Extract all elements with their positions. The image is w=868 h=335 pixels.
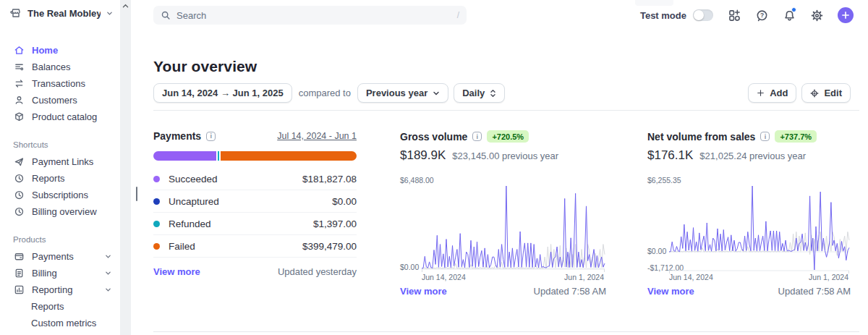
legend-row-uncaptured[interactable]: Uncaptured $0.00: [153, 190, 357, 213]
home-icon: [13, 45, 25, 56]
chevron-down-icon[interactable]: [105, 253, 111, 260]
sidebar-item-billing[interactable]: Billing: [0, 265, 120, 281]
settings-button[interactable]: [810, 9, 823, 22]
wallet-icon: [13, 251, 25, 263]
uncaptured-dot: [153, 198, 160, 205]
granularity-value: Daily: [462, 88, 485, 98]
help-button[interactable]: ?: [755, 9, 768, 22]
sidebar-item-label: Payment Links: [32, 156, 111, 167]
payments-panel-title: Payments: [153, 130, 201, 142]
refunded-dot: [153, 221, 160, 227]
sidebar-nav: Home Balances Transactions Customers Pro…: [0, 42, 120, 331]
payments-updated-label: Updated yesterday: [278, 266, 357, 277]
gross-view-more-link[interactable]: View more: [400, 286, 447, 297]
sidebar-drag-handle[interactable]: [136, 187, 137, 201]
business-name: The Real Mobley ...: [27, 8, 101, 19]
info-icon[interactable]: i: [472, 132, 482, 141]
net-volume-title: Net volume from sales: [647, 131, 755, 143]
business-switcher[interactable]: The Real Mobley ...: [10, 7, 113, 19]
chevron-down-icon: [433, 90, 440, 97]
net-volume-panel: Net volume from sales i +737.7% $176.1K …: [647, 130, 851, 297]
sidebar-item-label: Customers: [32, 95, 111, 106]
sidebar-item-home[interactable]: Home: [0, 42, 120, 59]
x-axis-end-label: Jun 1, 2024: [564, 273, 604, 281]
gross-volume-chart-svg: [422, 185, 605, 270]
notifications-button[interactable]: [783, 9, 796, 22]
legend-label: Succeeded: [169, 174, 302, 185]
search-icon: [161, 10, 171, 20]
x-axis-start-label: Jun 14, 2024: [422, 273, 466, 281]
gross-volume-panel: Gross volume i +720.5% $189.9K $23,145.0…: [400, 130, 606, 297]
payments-view-more-link[interactable]: View more: [153, 266, 200, 277]
sidebar-item-reporting[interactable]: Reporting: [0, 281, 120, 298]
test-mode-label: Test mode: [640, 10, 686, 21]
sidebar-item-label: Home: [32, 45, 111, 56]
sidebar-item-label: Custom metrics: [31, 318, 111, 328]
net-view-more-link[interactable]: View more: [647, 286, 694, 297]
sidebar-item-label: Billing: [32, 268, 98, 279]
sidebar-item-payment-links[interactable]: Payment Links: [0, 153, 120, 170]
net-volume-change-badge: +737.7%: [775, 130, 817, 143]
create-button[interactable]: [838, 7, 854, 23]
clock-icon: [13, 206, 25, 218]
gear-icon: [811, 9, 823, 22]
sidebar-item-billing-overview[interactable]: Billing overview: [0, 203, 120, 220]
legend-row-failed[interactable]: Failed $399,479.00: [153, 235, 357, 258]
test-mode-toggle[interactable]: [693, 9, 713, 21]
chevron-down-icon: [106, 10, 113, 17]
sidebar-item-label: Reporting: [32, 284, 98, 295]
compared-to-label: compared to: [299, 88, 351, 98]
y-axis-zero-label: $0.00: [400, 263, 419, 271]
edit-button[interactable]: Edit: [801, 83, 851, 103]
sidebar-item-customers[interactable]: Customers: [0, 92, 120, 109]
clock-icon: [13, 190, 25, 201]
net-updated-label: Updated 7:58 AM: [778, 286, 851, 297]
apps-icon: [728, 9, 741, 22]
gross-volume-chart[interactable]: $6,488.00 $0.00 Jun 14, 2024 Jun 1, 2024: [400, 167, 606, 276]
x-axis-end-label: Jun 1, 2024: [809, 273, 848, 281]
chevron-down-icon[interactable]: [105, 287, 111, 293]
sidebar-item-reports[interactable]: Reports: [0, 170, 120, 187]
apps-button[interactable]: [728, 9, 741, 22]
chevron-down-icon[interactable]: [105, 270, 111, 276]
failed-dot: [153, 243, 160, 250]
y-axis-max-label: $6,488.00: [400, 176, 434, 185]
sidebar-heading-shortcuts: Shortcuts: [0, 140, 120, 149]
customers-icon: [13, 95, 25, 106]
sidebar-item-label: Balances: [32, 62, 111, 72]
payments-date-link[interactable]: Jul 14, 2024 - Jun 1: [277, 131, 357, 141]
info-icon[interactable]: i: [206, 132, 216, 141]
storefront-icon: [10, 7, 22, 19]
net-volume-previous: $21,025.24 previous year: [699, 150, 806, 161]
sidebar-item-reporting-reports[interactable]: Reports: [0, 298, 120, 315]
plus-icon: [757, 89, 765, 97]
info-icon[interactable]: i: [760, 132, 770, 141]
granularity-select[interactable]: Daily: [454, 83, 505, 103]
gross-volume-change-badge: +720.5%: [487, 130, 529, 143]
search-input[interactable]: [176, 10, 451, 21]
legend-row-refunded[interactable]: Refunded $1,397.00: [153, 213, 357, 235]
net-volume-chart[interactable]: $6,255.35 $0.00 -$1,712.00 Jun 14, 2024 …: [647, 167, 851, 276]
date-range-picker[interactable]: Jun 14, 2024 → Jun 1, 2025: [153, 83, 292, 103]
sidebar-item-custom-metrics[interactable]: Custom metrics: [0, 315, 120, 331]
gear-icon: [810, 89, 819, 98]
add-button[interactable]: Add: [748, 83, 796, 103]
search-bar[interactable]: /: [153, 6, 467, 25]
svg-text:?: ?: [760, 12, 763, 19]
sidebar-item-balances[interactable]: Balances: [0, 59, 120, 75]
legend-row-succeeded[interactable]: Succeeded $181,827.08: [153, 168, 357, 190]
sidebar-item-transactions[interactable]: Transactions: [0, 75, 120, 92]
product-catalog-icon: [13, 111, 25, 123]
sidebar-item-label: Payments: [32, 251, 98, 262]
sidebar-item-product-catalog[interactable]: Product catalog: [0, 109, 120, 125]
scroll-up-icon[interactable]: [120, 1, 131, 10]
y-axis-zero-label: $0.00: [647, 247, 666, 255]
legend-label: Refunded: [169, 219, 313, 229]
sidebar-item-subscriptions[interactable]: Subscriptions: [0, 187, 120, 203]
legend-label: Failed: [169, 241, 302, 252]
y-axis-max-label: $6,255.35: [647, 176, 681, 185]
sidebar-scrollbar[interactable]: [120, 0, 131, 335]
sidebar-item-payments[interactable]: Payments: [0, 248, 120, 265]
compare-select[interactable]: Previous year: [357, 83, 448, 103]
balances-icon: [13, 62, 25, 73]
